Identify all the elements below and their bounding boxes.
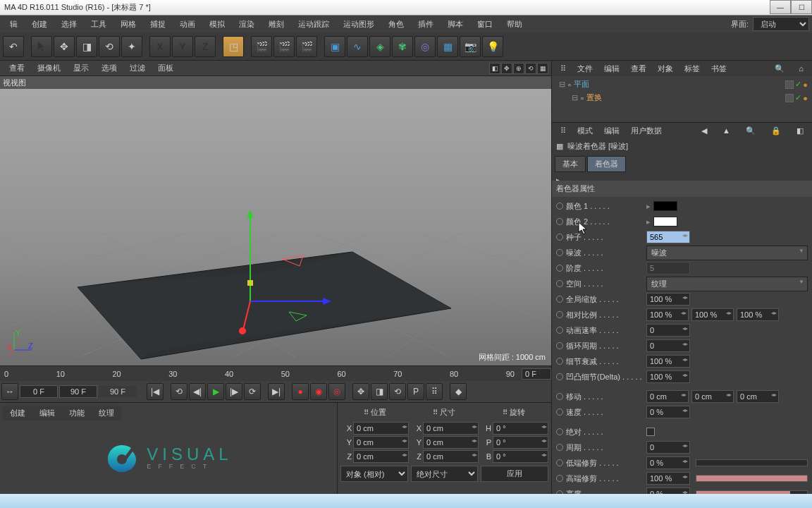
anim-dot[interactable]: [556, 393, 563, 400]
record-button[interactable]: ●: [292, 383, 309, 400]
vp-menu-item[interactable]: 过滤: [123, 61, 152, 75]
menu-item[interactable]: 选择: [54, 16, 84, 32]
vp-menu-item[interactable]: 查看: [3, 61, 31, 75]
coord-input[interactable]: 0 cm◂▸: [353, 422, 409, 435]
anim-dot[interactable]: [556, 373, 563, 380]
coord-system-button[interactable]: ◳: [223, 36, 244, 57]
anim-dot[interactable]: [556, 459, 563, 466]
autokey-button[interactable]: ◉: [310, 383, 327, 400]
obj-menu-item[interactable]: 查看: [625, 61, 652, 76]
anim-dot[interactable]: [556, 311, 563, 318]
checkbox[interactable]: [646, 428, 655, 436]
pos-key[interactable]: ✥: [352, 383, 369, 400]
anim-dot[interactable]: [556, 234, 563, 241]
menu-item[interactable]: 插件: [411, 16, 441, 32]
search-icon[interactable]: 🔍: [769, 62, 790, 75]
vp-btn1[interactable]: ◧: [489, 63, 500, 74]
anim-dot[interactable]: [556, 202, 563, 210]
environment-button[interactable]: ▦: [437, 36, 458, 57]
deformer-button[interactable]: ◎: [414, 36, 436, 57]
number-input[interactable]: 0 %◂▸: [646, 488, 690, 494]
layout-select[interactable]: 启动: [753, 17, 809, 31]
menu-item[interactable]: 脚本: [441, 16, 470, 32]
menu-item[interactable]: 网格: [113, 16, 143, 32]
rotate-tool[interactable]: ⟲: [99, 36, 120, 57]
anim-dot[interactable]: [556, 358, 563, 365]
minimize-button[interactable]: —: [770, 0, 791, 14]
tag-icon[interactable]: ●: [803, 80, 808, 89]
menu-item[interactable]: 动画: [173, 16, 202, 32]
pla-key[interactable]: ⠿: [426, 383, 443, 400]
coord-input[interactable]: 0 °◂▸: [493, 436, 548, 449]
render-region-button[interactable]: 🎬: [273, 36, 295, 57]
nav-up-icon[interactable]: ▲: [717, 124, 736, 138]
menu-item[interactable]: 窗口: [470, 16, 500, 32]
number-input[interactable]: 100 %◂▸: [646, 472, 690, 485]
coord-input[interactable]: 0 °◂▸: [493, 450, 548, 463]
generator2-button[interactable]: ✾: [392, 36, 413, 57]
color-swatch[interactable]: [653, 201, 677, 211]
dropdown[interactable]: 噪波: [646, 246, 808, 260]
tag-icon[interactable]: ●: [803, 94, 808, 102]
keyframe-button[interactable]: ◆: [450, 383, 467, 400]
material-tab[interactable]: 纹理: [92, 406, 121, 421]
anim-dot[interactable]: [556, 327, 563, 334]
anim-dot[interactable]: [556, 342, 563, 349]
size-mode-select[interactable]: 绝对尺寸: [411, 466, 479, 482]
number-input[interactable]: 0 %◂▸: [646, 406, 690, 418]
apply-button[interactable]: 应用: [481, 466, 548, 482]
home-icon[interactable]: ⌂: [793, 62, 809, 75]
vp-menu-item[interactable]: 选项: [95, 61, 123, 75]
number-input[interactable]: 100 %◂▸: [646, 370, 690, 383]
param-key[interactable]: P: [407, 383, 424, 400]
range-button[interactable]: ↔: [1, 383, 18, 400]
vp-menu-item[interactable]: 摄像机: [31, 61, 67, 75]
nav-back-icon[interactable]: ◀: [696, 124, 713, 138]
timeline[interactable]: 0102030405060708090 0 F: [0, 365, 551, 381]
search-icon[interactable]: 🔍: [740, 124, 761, 138]
range-start[interactable]: 0 F: [20, 385, 58, 398]
number-input[interactable]: 0◂▸: [646, 339, 690, 352]
menu-item[interactable]: 雕刻: [262, 16, 291, 32]
menu-item[interactable]: 角色: [381, 16, 411, 32]
anim-dot[interactable]: [556, 296, 563, 303]
number-input[interactable]: 0◂▸: [646, 441, 690, 454]
viewport-canvas[interactable]: YZX 网格间距 : 1000 cm: [0, 89, 551, 365]
vp-btn5[interactable]: ▦: [537, 63, 548, 74]
attr-menu-item[interactable]: 用户数据: [625, 123, 668, 138]
attr-tab[interactable]: 基本: [555, 156, 586, 172]
menu-item[interactable]: 捕捉: [143, 16, 173, 32]
camera-button[interactable]: 📷: [460, 36, 481, 57]
coord-mode-select[interactable]: 对象 (相对): [340, 466, 408, 482]
material-tab[interactable]: 编辑: [32, 406, 62, 421]
axis-y-button[interactable]: Y: [172, 36, 193, 57]
number-input[interactable]: 0 cm◂▸: [737, 390, 779, 403]
vp-menu-item[interactable]: 显示: [67, 61, 95, 75]
obj-menu-item[interactable]: 编辑: [598, 61, 625, 76]
anim-dot[interactable]: [556, 249, 563, 256]
axis-z-button[interactable]: Z: [195, 36, 216, 57]
material-tab[interactable]: 创建: [3, 406, 32, 421]
coord-input[interactable]: 0 cm◂▸: [353, 450, 409, 463]
rot-key[interactable]: ⟲: [389, 383, 406, 400]
vp-btn4[interactable]: ⟲: [525, 63, 536, 74]
select-tool[interactable]: [31, 36, 52, 57]
vp-btn3[interactable]: ⊕: [513, 63, 524, 74]
slider[interactable]: [696, 459, 808, 466]
anim-dot[interactable]: [556, 444, 563, 451]
obj-menu-item[interactable]: 标签: [679, 61, 706, 76]
tree-row[interactable]: ⊟▫置换✓●: [556, 91, 808, 104]
material-tab[interactable]: 功能: [62, 406, 92, 421]
light-button[interactable]: 💡: [482, 36, 503, 57]
taskbar[interactable]: [0, 494, 812, 508]
number-input[interactable]: 100 %◂▸: [646, 308, 689, 321]
number-input[interactable]: 100 %◂▸: [691, 308, 734, 321]
number-input[interactable]: 0 cm◂▸: [646, 390, 689, 403]
number-input[interactable]: 100 %◂▸: [646, 355, 690, 368]
new-icon[interactable]: ◧: [791, 124, 809, 138]
scale-key[interactable]: ◨: [371, 383, 388, 400]
menu-item[interactable]: 帮助: [500, 16, 529, 32]
prev-key-button[interactable]: ⟲: [171, 383, 187, 400]
obj-menu-item[interactable]: 对象: [652, 61, 679, 76]
generator-button[interactable]: ◈: [369, 36, 390, 57]
